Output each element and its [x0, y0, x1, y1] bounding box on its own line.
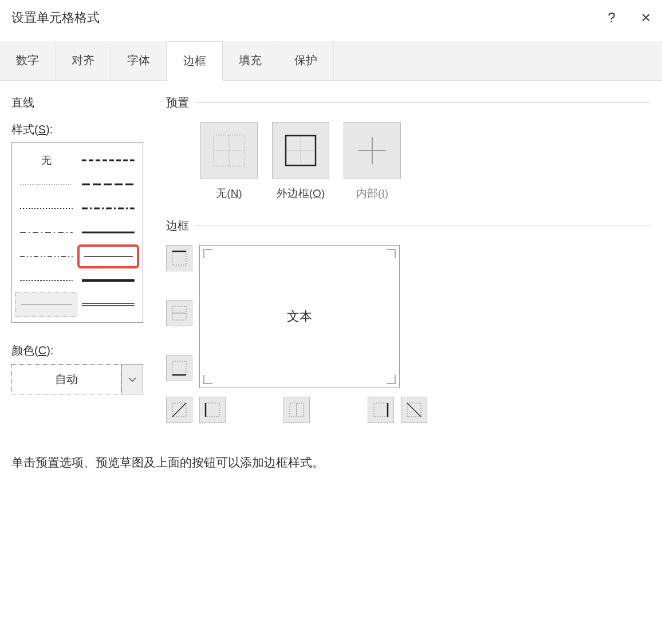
border-diag-up-button[interactable] — [166, 397, 192, 423]
tab-number[interactable]: 数字 — [0, 41, 56, 80]
border-panel: 预置 无(N) — [166, 95, 651, 423]
presets-heading: 预置 — [166, 95, 651, 110]
color-dropdown-icon[interactable] — [121, 364, 143, 394]
preset-none: 无(N) — [200, 122, 258, 201]
line-heading: 直线 — [11, 95, 143, 110]
tab-font[interactable]: 字体 — [111, 41, 167, 80]
color-label: 颜色(C): — [11, 343, 143, 358]
style-short-dash[interactable] — [15, 268, 77, 293]
line-panel: 直线 样式(S): 无 — [11, 95, 143, 423]
preset-inside: 内部(I) — [344, 122, 401, 201]
preset-outline-label: 外边框(O) — [277, 186, 325, 201]
preset-outline-button[interactable] — [272, 122, 329, 179]
svg-rect-34 — [374, 403, 388, 417]
preset-outline: 外边框(O) — [272, 122, 329, 201]
border-right-button[interactable] — [368, 397, 394, 423]
help-button[interactable]: ? — [608, 10, 615, 26]
dialog-title: 设置单元格格式 — [11, 9, 100, 26]
style-dash-dot-dot[interactable] — [15, 244, 77, 268]
style-hairline-selected[interactable] — [15, 293, 77, 317]
svg-rect-30 — [206, 403, 219, 417]
presets-row: 无(N) 外边框(O) — [200, 122, 651, 201]
tab-fill[interactable]: 填充 — [223, 41, 278, 80]
preview-text: 文本 — [287, 308, 312, 325]
border-top-button[interactable] — [166, 245, 192, 271]
preset-inside-label: 内部(I) — [356, 186, 388, 201]
close-button[interactable]: × — [641, 9, 651, 27]
color-value[interactable]: 自动 — [11, 364, 121, 394]
style-dash-dot-thin[interactable] — [15, 220, 77, 244]
border-diag-down-button[interactable] — [401, 397, 427, 423]
preset-none-button[interactable] — [200, 122, 258, 179]
style-double[interactable] — [77, 293, 139, 317]
title-bar: 设置单元格格式 ? × — [0, 0, 662, 41]
style-label: 样式(S): — [11, 122, 143, 137]
style-thin-solid-highlighted[interactable] — [77, 244, 139, 268]
line-style-list[interactable]: 无 — [11, 142, 143, 323]
style-dash-dot-heavy[interactable] — [77, 196, 139, 220]
color-picker[interactable]: 自动 — [11, 364, 143, 394]
style-dots[interactable] — [15, 196, 77, 220]
corner-mark-tr — [387, 249, 396, 258]
hint-text: 单击预置选项、预览草图及上面的按钮可以添加边框样式。 — [0, 437, 662, 488]
style-thick[interactable] — [77, 268, 139, 293]
tab-strip: 数字 对齐 字体 边框 填充 保护 — [0, 41, 662, 81]
border-heading: 边框 — [166, 218, 651, 234]
corner-mark-br — [387, 375, 396, 384]
svg-rect-22 — [172, 251, 186, 265]
style-none[interactable]: 无 — [15, 148, 77, 172]
tab-border[interactable]: 边框 — [167, 41, 223, 81]
tab-protection[interactable]: 保护 — [278, 41, 334, 80]
content-area: 直线 样式(S): 无 — [0, 81, 662, 437]
preset-none-label: 无(N) — [216, 186, 242, 201]
border-bottom-button[interactable] — [166, 355, 192, 381]
preset-inside-button[interactable] — [344, 122, 401, 179]
border-preview[interactable]: 文本 — [199, 245, 400, 388]
svg-rect-26 — [172, 361, 186, 375]
svg-line-37 — [407, 403, 421, 417]
style-fine-dots[interactable] — [15, 172, 77, 196]
corner-mark-bl — [203, 375, 212, 384]
corner-mark-tl — [203, 249, 212, 258]
svg-line-29 — [172, 403, 186, 417]
bottom-border-buttons — [166, 397, 427, 423]
left-border-buttons — [166, 245, 192, 388]
style-medium[interactable] — [77, 220, 139, 244]
border-editor: 文本 — [166, 245, 651, 388]
style-dash-heavy[interactable] — [77, 148, 139, 172]
border-vertical-button[interactable] — [283, 397, 310, 423]
title-controls: ? × — [608, 9, 651, 27]
style-long-dash[interactable] — [77, 172, 139, 196]
border-horizontal-button[interactable] — [166, 300, 192, 326]
tab-alignment[interactable]: 对齐 — [56, 41, 111, 80]
border-left-button[interactable] — [199, 397, 226, 423]
